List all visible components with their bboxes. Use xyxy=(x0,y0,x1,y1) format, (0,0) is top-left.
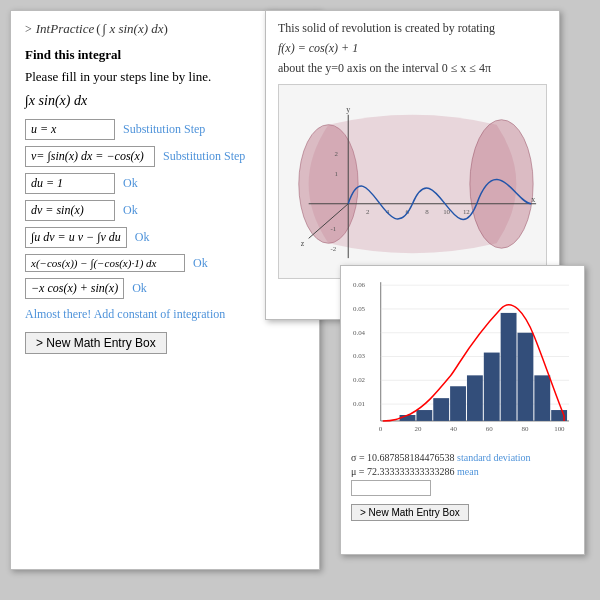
revolution-func: f(x) = cos(x) + 1 xyxy=(278,41,547,56)
svg-text:0: 0 xyxy=(379,425,383,432)
svg-text:100: 100 xyxy=(554,425,565,432)
svg-text:0.05: 0.05 xyxy=(353,305,366,312)
mu-row: μ = 72.333333333333286 mean xyxy=(351,466,574,477)
step-6-ok: Ok xyxy=(193,256,208,271)
step-7-math: −x cos(x) + sin(x) xyxy=(25,278,124,299)
revolution-interval: about the y=0 axis on the interval 0 ≤ x… xyxy=(278,61,547,76)
arrow-icon: > xyxy=(25,22,32,37)
svg-text:0.04: 0.04 xyxy=(353,329,366,336)
step-row-4: dv = sin(x) Ok xyxy=(25,200,305,221)
svg-text:60: 60 xyxy=(486,425,493,432)
stats-input-box xyxy=(351,480,431,496)
revolution-title: This solid of revolution is created by r… xyxy=(278,21,547,36)
svg-text:0.01: 0.01 xyxy=(353,400,366,407)
step-row-2: v= ∫sin(x) dx = −cos(x) Substitution Ste… xyxy=(25,146,305,167)
sigma-value: σ = 10.687858184476538 xyxy=(351,452,455,463)
svg-text:80: 80 xyxy=(521,425,528,432)
almost-there-message: Almost there! Add constant of integratio… xyxy=(25,307,305,322)
step-3-math: du = 1 xyxy=(25,173,115,194)
integral-display: ∫x sin(x) dx xyxy=(25,93,305,109)
step-2-label: Substitution Step xyxy=(163,149,245,164)
step-4-ok: Ok xyxy=(123,203,138,218)
step-row-1: u = x Substitution Step xyxy=(25,119,305,140)
step-row-7: −x cos(x) + sin(x) Ok xyxy=(25,278,305,299)
svg-rect-45 xyxy=(467,375,483,421)
new-entry-button[interactable]: > New Math Entry Box xyxy=(25,332,167,354)
revolution-graph: x y z 2 4 6 8 10 12 1 2 -1 -2 xyxy=(278,84,547,279)
histogram-panel: 0.06 0.05 0.04 0.03 0.02 0.01 0 20 40 60… xyxy=(340,265,585,555)
step-2-math: v= ∫sin(x) dx = −cos(x) xyxy=(25,146,155,167)
svg-rect-42 xyxy=(416,410,432,421)
header-bar: > IntPractice ( ∫ x sin(x) dx ) xyxy=(25,21,305,37)
sigma-row: σ = 10.687858184476538 standard deviatio… xyxy=(351,452,574,463)
mu-value: μ = 72.333333333333286 xyxy=(351,466,455,477)
find-integral-label: Find this integral xyxy=(25,47,305,63)
step-4-math: dv = sin(x) xyxy=(25,200,115,221)
mu-desc: mean xyxy=(457,466,479,477)
svg-point-2 xyxy=(470,120,533,249)
svg-text:1: 1 xyxy=(334,170,338,177)
sigma-desc: standard deviation xyxy=(457,452,531,463)
svg-rect-44 xyxy=(450,386,466,421)
step-1-math: u = x xyxy=(25,119,115,140)
svg-text:2: 2 xyxy=(366,208,370,215)
step-row-6: x(−cos(x)) − ∫(−cos(x)·1) dx Ok xyxy=(25,254,305,272)
svg-text:z: z xyxy=(301,239,305,248)
step-3-ok: Ok xyxy=(123,176,138,191)
svg-text:12: 12 xyxy=(463,208,470,215)
step-7-ok: Ok xyxy=(132,281,147,296)
svg-rect-43 xyxy=(433,398,449,421)
svg-text:0.06: 0.06 xyxy=(353,281,366,288)
step-5-ok: Ok xyxy=(135,230,150,245)
svg-text:0.03: 0.03 xyxy=(353,353,366,360)
step-row-5: ∫u dv = u v − ∫v du Ok xyxy=(25,227,305,248)
svg-rect-48 xyxy=(518,333,534,421)
svg-text:2: 2 xyxy=(334,150,338,157)
svg-text:-2: -2 xyxy=(330,245,336,252)
app-name: IntPractice xyxy=(36,21,94,37)
svg-text:20: 20 xyxy=(414,425,421,432)
step-row-3: du = 1 Ok xyxy=(25,173,305,194)
hist-new-entry-button[interactable]: > New Math Entry Box xyxy=(351,504,469,521)
svg-text:0.02: 0.02 xyxy=(353,376,366,383)
svg-text:-1: -1 xyxy=(330,225,336,232)
svg-rect-47 xyxy=(501,313,517,421)
svg-text:x: x xyxy=(531,195,535,204)
svg-text:y: y xyxy=(346,105,350,114)
header-integral: ∫ x sin(x) dx xyxy=(103,21,164,37)
svg-rect-49 xyxy=(534,375,550,421)
step-1-label: Substitution Step xyxy=(123,122,205,137)
step-6-math: x(−cos(x)) − ∫(−cos(x)·1) dx xyxy=(25,254,185,272)
histogram-graph: 0.06 0.05 0.04 0.03 0.02 0.01 0 20 40 60… xyxy=(351,274,574,444)
svg-rect-46 xyxy=(484,353,500,421)
fill-steps-label: Please fill in your steps line by line. xyxy=(25,69,305,85)
step-5-math: ∫u dv = u v − ∫v du xyxy=(25,227,127,248)
svg-text:40: 40 xyxy=(450,425,457,432)
svg-text:8: 8 xyxy=(425,208,429,215)
